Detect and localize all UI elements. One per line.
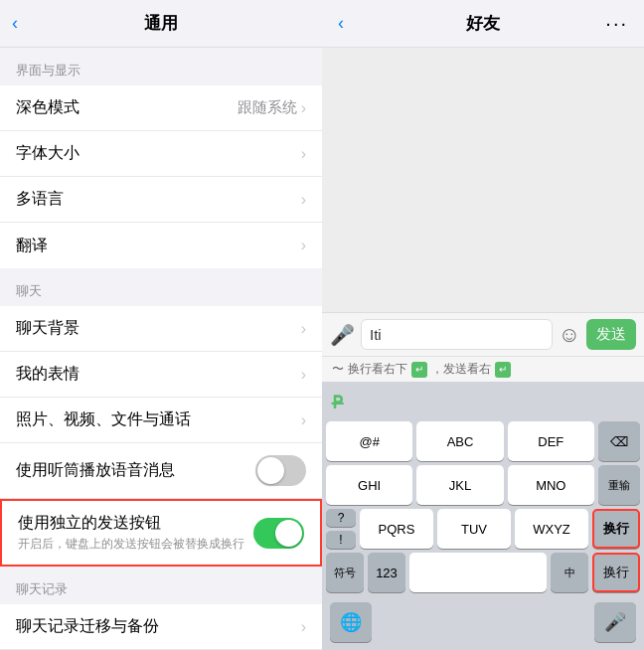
chat-area [322,48,644,312]
group-display: 深色模式 跟随系统 › 字体大小 › 多语言 › 翻译 [0,85,322,268]
send-button[interactable]: 发送 [586,319,636,350]
chat-panel: ‹ 好友 ··· 🎤 Iti ☺ 发送 〜 换行看右下 ↵ ，发送看右 ↵ P̶… [322,0,644,650]
newline-key[interactable]: 换行 [592,553,640,592]
key-row-2: GHI JKL MNO 重输 [326,465,640,505]
list-item[interactable]: 深色模式 跟随系统 › [0,85,322,131]
section-header-chat: 聊天 [0,268,322,306]
list-item[interactable]: 聊天背景 › [0,306,322,352]
key-at-hash[interactable]: @# [326,421,412,461]
chevron-icon: › [301,191,306,209]
keyboard-bottom-row: 🌐 🎤 [326,600,640,644]
keyboard-top-row: P̶ [326,388,640,417]
hint-send-green: ↵ [495,362,511,378]
enter-key[interactable]: 换行 [592,509,640,549]
chevron-icon: › [301,145,306,163]
left-header: ‹ 通用 [0,0,322,48]
hint-bar: 〜 换行看右下 ↵ ，发送看右 ↵ [322,356,644,382]
key-zh[interactable]: 中 [551,553,588,592]
mic-key[interactable]: 🎤 [594,602,636,642]
chat-title: 好友 [466,12,500,35]
key-wxyz[interactable]: WXYZ [515,509,588,549]
wave-icon: 〜 [332,361,344,378]
key-row-1: @# ABC DEF ⌫ [326,421,640,461]
keyboard-rows: @# ABC DEF ⌫ GHI JKL MNO 重输 ? ! PQRS TUV [326,421,640,644]
key-jkl[interactable]: JKL [416,465,503,505]
pinyin-icon: P̶ [332,392,343,413]
list-item[interactable]: 字体大小 › [0,131,322,177]
chevron-icon: › [301,411,306,429]
chevron-icon: › [301,237,306,254]
settings-title: 通用 [144,12,178,35]
settings-panel: ‹ 通用 界面与显示 深色模式 跟随系统 › 字体大小 › 多语言 [0,0,322,650]
list-item[interactable]: 使用听筒播放语音消息 [0,443,322,499]
list-item[interactable]: 翻译 › [0,223,322,268]
group-chat: 聊天背景 › 我的表情 › 照片、视频、文件与通话 › 使用听筒播放语音消息 [0,306,322,567]
return-key[interactable]: 重输 [598,465,640,505]
list-item[interactable]: 聊天记录迁移与备份 › [0,604,322,650]
input-bar: 🎤 Iti ☺ 发送 [322,312,644,356]
voice-icon[interactable]: 🎤 [330,323,355,347]
list-item[interactable]: 照片、视频、文件与通话 › [0,398,322,443]
key-123[interactable]: 123 [368,553,405,592]
key-pqrs[interactable]: PQRS [360,509,433,549]
chevron-icon: › [301,366,306,384]
hint-arrow-green: ↵ [411,362,427,378]
send-button-toggle[interactable] [253,518,304,549]
section-header-display: 界面与显示 [0,48,322,85]
settings-list: 界面与显示 深色模式 跟随系统 › 字体大小 › 多语言 › [0,48,322,650]
key-abc[interactable]: ABC [416,421,503,461]
key-tuv[interactable]: TUV [437,509,511,549]
voice-earpiece-toggle[interactable] [255,455,306,486]
key-symbol[interactable]: 符号 [326,553,364,592]
back-button[interactable]: ‹ [12,13,18,34]
key-mno[interactable]: MNO [508,465,594,505]
chevron-icon: › [301,320,306,338]
delete-key[interactable]: ⌫ [598,421,640,461]
key-ghi[interactable]: GHI [326,465,412,505]
key-row-4: 符号 123 中 换行 [326,553,640,592]
chat-back-button[interactable]: ‹ [338,13,368,34]
more-button[interactable]: ··· [598,12,628,35]
key-question[interactable]: ? [326,509,356,527]
text-input[interactable]: Iti [361,319,553,350]
emoji-icon[interactable]: ☺ [559,322,580,348]
key-def[interactable]: DEF [508,421,594,461]
section-header-history: 聊天记录 [0,567,322,604]
send-button-item[interactable]: 使用独立的发送按钮 开启后，键盘上的发送按钮会被替换成换行 [0,499,322,567]
globe-key[interactable]: 🌐 [330,602,372,642]
keyboard: P̶ @# ABC DEF ⌫ GHI JKL MNO 重输 ? ! [322,382,644,650]
right-header: ‹ 好友 ··· [322,0,644,48]
list-item[interactable]: 多语言 › [0,177,322,223]
chevron-icon: › [301,99,306,117]
chevron-icon: › [301,618,306,636]
key-row-3: ? ! PQRS TUV WXYZ 换行 [326,509,640,549]
group-history: 聊天记录迁移与备份 › 清空全部聊天记录 [0,604,322,650]
list-item[interactable]: 我的表情 › [0,352,322,398]
space-key[interactable] [409,553,547,592]
key-exclaim[interactable]: ! [326,531,356,549]
